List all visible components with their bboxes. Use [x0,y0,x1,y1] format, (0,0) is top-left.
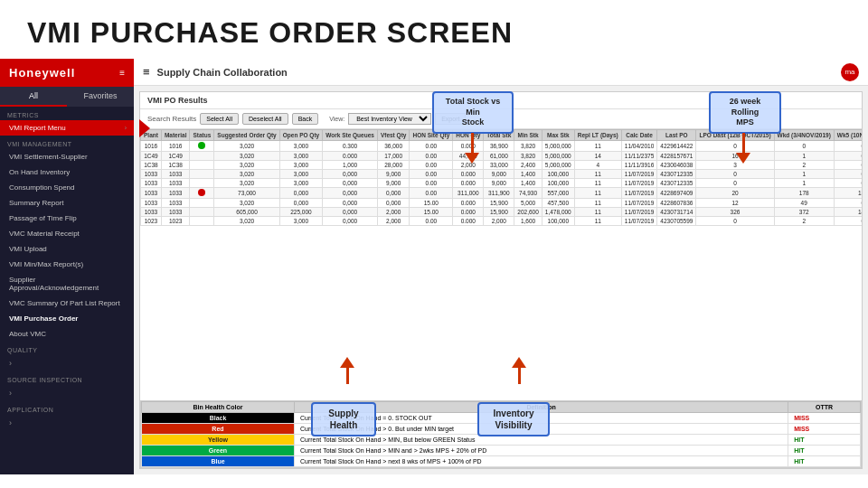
cell-open: 3,000 [279,152,322,161]
cell-wsq: 0,000 [323,217,378,226]
cell-repl: 11 [574,179,621,188]
col-open: Open PO Qty [279,130,322,141]
bin-color-cell: Yellow [142,435,295,446]
sidebar-item-vmi-report-menu[interactable]: VMI Report Menu › [0,120,134,136]
chevron-icon: › [125,125,127,131]
cell-max: 5,000,000 [542,161,574,170]
cell-plant: 1033 [141,170,162,179]
topbar-title: Supply Chain Collaboration [157,67,288,78]
cell-repl: 14 [574,152,621,161]
cell-status [190,179,214,188]
col-calc: Calc Date [621,130,657,141]
sidebar-section-quality-item[interactable]: › [0,355,134,371]
bin-ottr-cell: MISS [788,424,861,435]
cell-open: 3,000 [279,170,322,179]
cell-hon: 311,000 [453,188,484,199]
sidebar-item-material-receipt[interactable]: VMC Material Receipt [0,226,134,241]
cell-last-po: 4230712335 [657,179,696,188]
cell-hon: 0.000 [453,199,484,208]
cell-wkd: 1 [774,170,834,179]
table-row: 1023 1023 3,020 3,000 0,000 2,000 0.00 0… [141,217,863,226]
cell-max: 457,500 [542,199,574,208]
sidebar-section-source-item[interactable]: › [0,385,134,401]
cell-plant: 1016 [141,141,162,152]
sidebar-item-supplier-approval[interactable]: Supplier Approval/Acknowledgement [0,272,134,296]
cell-status [190,208,214,217]
cell-total: 311,900 [484,188,514,199]
cell-plant: 1033 [141,179,162,188]
bin-definition-cell: Current Total Stock On Hand > MIN and > … [294,446,788,456]
sidebar-item-consumption[interactable]: Consumption Spend [0,180,134,195]
sidebar-item-on-hand[interactable]: On Hand Inventory [0,164,134,180]
deselect-all-button[interactable]: Deselect All [242,113,288,125]
cell-vfest: 0,000 [377,188,410,199]
sidebar-label: VMC Material Receipt [9,230,80,238]
table-row: 1C49 1C49 3,020 3,000 0.000 17,000 0.00 … [141,152,863,161]
sidebar-item-minmax[interactable]: VMI Min/Max Report(s) [0,257,134,272]
cell-wsq: 0.300 [323,141,378,152]
cell-plant: 1033 [141,199,162,208]
sidebar-item-purchase-order[interactable]: VMI Purchase Order [0,311,134,326]
cell-last-po: 4228157671 [657,152,696,161]
col-suggested: Suggested Order Qty [214,130,279,141]
cell-material: 1033 [161,170,190,179]
table-row: 1033 1033 3,020 3,000 0,000 9,000 0.00 0… [141,179,863,188]
cell-wsq: 0.000 [323,152,378,161]
hamburger-icon[interactable]: ≡ [143,65,150,79]
sidebar-tab-all[interactable]: All [0,87,67,107]
sidebar-section-app-item[interactable]: › [0,415,134,431]
section-label-quality: QUALITY [0,342,134,355]
cell-lpod: 0 [696,179,774,188]
sidebar-label: VMI Min/Max Report(s) [9,260,83,268]
cell-max: 1,478,000 [542,208,574,217]
view-select[interactable]: Best Inventory View [348,113,431,125]
sidebar-item-upload[interactable]: VMI Upload [0,241,134,257]
cell-last-po: 4228607836 [657,199,696,208]
cell-suggested: 3,020 [214,141,279,152]
cell-material: 1033 [161,199,190,208]
cell-wk5: 0 [834,199,862,208]
sidebar-item-about[interactable]: About VMC [0,326,134,342]
cell-last-po: 4230712335 [657,170,696,179]
cell-min: 202,600 [514,208,542,217]
cell-min: 1,600 [514,217,542,226]
bh-col1: Bin Health Color [142,402,295,413]
back-button[interactable]: Back [292,113,319,125]
cell-lpod: 12 [696,199,774,208]
cell-max: 5,000,000 [542,141,574,152]
cell-wsq: 1,000 [323,161,378,170]
cell-hon-site: 0.00 [410,141,453,152]
cell-open: 3,000 [279,141,322,152]
inventory-visibility-callout: InventoryVisibility [477,402,550,436]
cell-max: 100,000 [542,217,574,226]
data-table: Plant Material Status Suggested Order Qt… [140,129,862,226]
sidebar-label: Supplier Approval/Acknowledgement [9,276,127,292]
cell-total: 2,000 [484,217,514,226]
cell-hon: 0.000 [453,208,484,217]
cell-plant: 1023 [141,217,162,226]
cell-wsq: 0,000 [323,179,378,188]
cell-total: 33,000 [484,161,514,170]
content-area: ≡ Supply Chain Collaboration ma VMI PO R… [134,59,868,474]
sidebar-item-settlement[interactable]: VMI Settlement-Supplier [0,149,134,164]
sidebar-item-passage[interactable]: Passage of Time Flip [0,211,134,226]
cell-wkd: 2 [774,217,834,226]
cell-plant: 1C49 [141,152,162,161]
cell-wk5: 0 [834,179,862,188]
supply-health-callout: SupplyHealth [311,402,376,436]
bin-ottr-cell: HIT [788,446,861,456]
chevron-right: › [9,418,12,427]
cell-plant: 1033 [141,208,162,217]
select-all-button[interactable]: Select All [200,113,239,125]
logo-icon: ≡ [119,68,125,78]
sidebar-tab-favorites[interactable]: Favorites [67,87,134,107]
cell-hon: 0.000 [453,217,484,226]
cell-lpod: 20 [696,188,774,199]
sidebar-item-part-list[interactable]: VMC Summary Of Part List Report [0,296,134,311]
cell-vfest: 36,000 [377,141,410,152]
table-scroll[interactable]: Plant Material Status Suggested Order Qt… [140,129,862,226]
cell-hon-site: 0.00 [410,217,453,226]
sidebar-item-summary[interactable]: Summary Report [0,195,134,211]
cell-vfest: 2,000 [377,217,410,226]
user-avatar[interactable]: ma [841,63,859,81]
